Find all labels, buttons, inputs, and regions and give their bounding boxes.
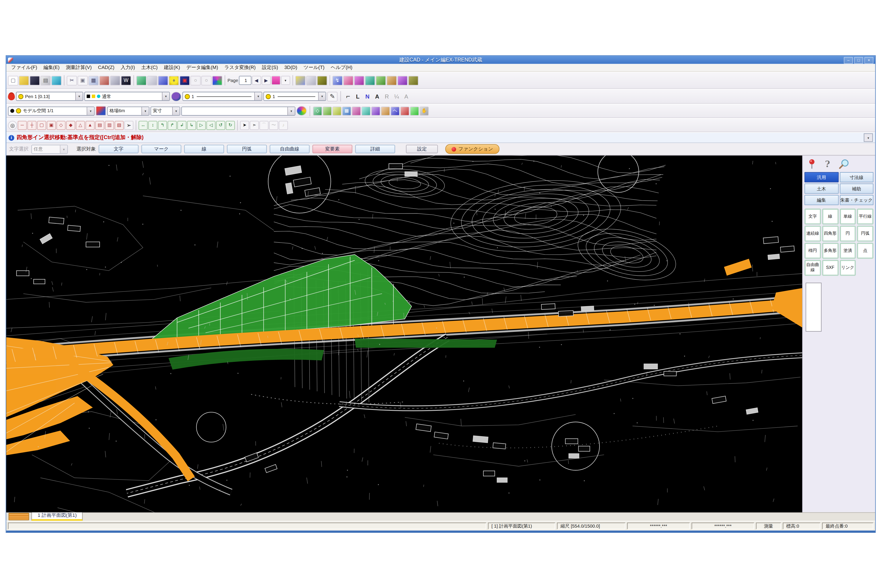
toolbar-icon[interactable]: ─ [18,120,27,130]
page-list-icon[interactable] [271,76,280,85]
page-prev-button[interactable]: ◀ [252,76,261,85]
fill-style-combo[interactable]: 通常▼ [84,92,170,101]
target-freecurve-button[interactable]: 自由曲線 [270,145,310,153]
toolbar-icon[interactable]: ◇ [313,106,322,115]
category-edit[interactable]: 編集 [804,195,838,205]
toolbar-icon[interactable] [397,76,407,85]
toolbar-icon[interactable]: ◁ [206,120,215,130]
pen-color-icon[interactable] [8,92,15,100]
toolbar-icon[interactable] [400,106,409,115]
menu-raster[interactable]: ラスタ変換(R) [221,64,258,71]
line-type-combo-1[interactable]: 1 ▼ [182,92,262,101]
toolbar-icon[interactable]: ▣ [78,76,88,85]
target-text-button[interactable]: 文字 [99,145,138,153]
scale-pen-icon[interactable] [96,106,106,116]
menu-help[interactable]: ヘルプ(H) [328,64,355,71]
tool-parallel-line[interactable]: 平行線 [857,208,873,224]
menu-edit[interactable]: 編集(E) [41,64,63,71]
toolbar-icon[interactable] [212,76,222,85]
toolbar-icon[interactable] [386,76,397,85]
toolbar-icon[interactable] [51,76,62,85]
category-civil[interactable]: 土木 [804,184,838,194]
title-bar[interactable]: 建設CAD - メイン編EX-TREND武蔵 – □ × [6,56,875,64]
tool-sxf[interactable]: SXF [822,260,838,276]
toolbar-icon[interactable]: ▢ [37,120,46,130]
toolbar-icon[interactable]: ▦ [89,76,99,85]
menu-settings[interactable]: 設定(S) [259,64,281,71]
unit-combo[interactable]: 実寸▼ [150,106,180,115]
toolbar-icon[interactable]: ♦ [169,76,179,85]
tool-point[interactable]: 点 [857,243,873,258]
toolbar-icon[interactable] [376,76,386,85]
toolbar-icon[interactable]: ▤ [95,120,104,130]
grid-size-combo[interactable]: 格場6m▼ [107,106,149,115]
toolbar-icon[interactable]: ◆ [66,120,75,130]
toolbar-icon[interactable] [408,76,419,85]
text-tool-fraction-icon[interactable]: ¼ [392,92,401,101]
text-tool-n-icon[interactable]: N [363,92,372,101]
tool-polygon[interactable]: 多角形 [822,243,838,258]
cad-drawing-canvas[interactable] [6,156,802,512]
toolbar-icon[interactable] [352,106,361,115]
minimize-button[interactable]: – [844,57,853,64]
toolbar-icon[interactable]: ▣ [179,76,190,85]
model-space-combo[interactable]: モデル空間 1/1▼ [8,106,95,115]
menu-input[interactable]: 入力(I) [117,64,138,71]
tool-fill[interactable]: 塗潰 [840,243,856,258]
toolbar-icon[interactable]: ↺ [216,120,225,130]
menu-file[interactable]: ファイル(F) [8,64,40,71]
menu-tools[interactable]: ツール(T) [301,64,328,71]
toolbar-icon[interactable]: ▥ [105,120,114,130]
toolbar-icon[interactable]: ▦ [342,106,351,115]
page-next-button[interactable]: ▶ [261,76,270,85]
tool-arc[interactable]: 円弧 [857,226,873,242]
toolbar-icon[interactable] [354,76,364,85]
text-tool-a-icon[interactable]: A [373,92,382,101]
tool-line[interactable]: 線 [822,208,838,224]
menu-cad[interactable]: CAD(Z) [95,64,117,71]
toolbar-icon[interactable]: ○ [191,76,201,85]
tool-circle[interactable]: 円 [840,226,856,242]
target-line-button[interactable]: 線 [184,145,224,153]
category-dimension[interactable]: 寸法線 [840,172,873,183]
target-arc-button[interactable]: 円弧 [227,145,267,153]
maximize-button[interactable]: □ [854,57,863,64]
toolbar-icon[interactable]: W [121,76,131,85]
toolbar-icon[interactable] [381,106,390,115]
menu-construction[interactable]: 建設(K) [161,64,183,71]
toolbar-icon[interactable]: ▧ [115,120,124,130]
toolbar-icon[interactable]: ↰ [158,120,167,130]
toolbar-icon[interactable] [99,76,110,85]
toolbar-icon[interactable] [19,76,29,85]
settings-button[interactable]: 設定 [406,145,438,153]
category-assist[interactable]: 補助 [840,184,873,194]
toolbar-icon[interactable] [147,76,158,85]
tool-ellipse[interactable]: 楕円 [804,243,821,258]
toolbar-icon[interactable] [317,76,327,85]
color-wheel-icon[interactable] [297,106,307,116]
toolbar-icon[interactable]: ✋ [419,106,429,115]
toolbar-icon[interactable] [30,76,40,85]
line-type-combo-2[interactable]: 1 ▼ [263,92,326,101]
tool-single-line[interactable]: 単線 [840,208,856,224]
toolbar-icon[interactable]: ◇ [56,120,66,130]
pen-select-combo[interactable]: Pen 1 [0.13]▼ [16,92,83,101]
toolbar-icon[interactable]: ➤ [240,120,249,130]
close-button[interactable]: × [864,57,873,64]
cursor-icon[interactable]: ➢ [124,120,134,130]
mode-combo[interactable]: 任意▼ [31,144,68,153]
text-tool-l-icon[interactable]: L [353,92,362,101]
toolbar-icon[interactable]: ↳ [187,120,196,130]
toolbar-icon[interactable]: ○ [201,76,212,85]
toolbar-icon[interactable] [136,76,147,85]
toolbar-icon[interactable]: ▤ [41,76,51,85]
text-tool-a2-icon[interactable]: A [402,92,410,101]
target-mark-button[interactable]: マーク [141,145,181,153]
toolbar-icon[interactable]: ↕ [148,120,157,130]
active-drawing-tab[interactable]: 1 計画平面図(第1) [31,511,83,521]
layer-palette-icon[interactable] [171,92,182,101]
menu-3d[interactable]: 3D(D) [281,64,301,71]
tool-text[interactable]: 文字 [804,208,821,224]
detail-button[interactable]: 詳細 [355,145,395,153]
pushpin-icon[interactable] [808,159,817,169]
